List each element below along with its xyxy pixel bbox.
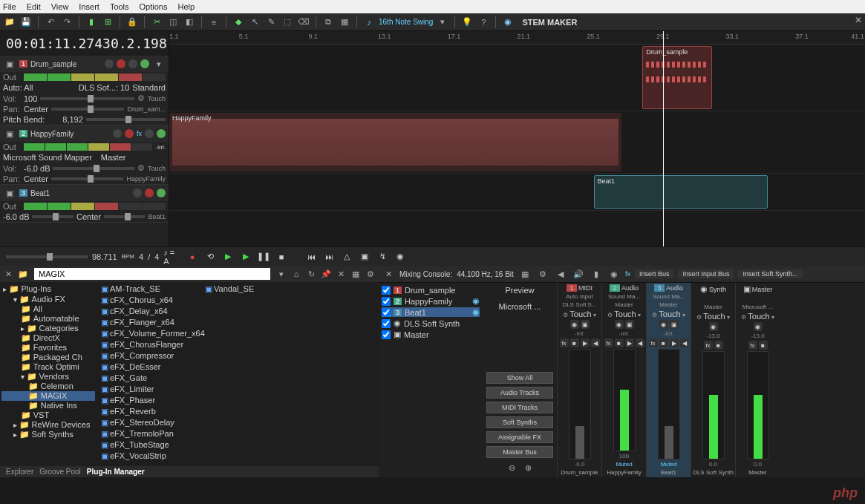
monitor-button[interactable]	[140, 59, 149, 68]
file-item[interactable]: ▣eFX_TremoloPan	[98, 428, 377, 439]
refresh-icon[interactable]: ↻	[304, 267, 318, 281]
mono-icon[interactable]: ◉	[607, 267, 621, 281]
marker-icon[interactable]: ◆	[232, 16, 245, 29]
tree-item-selected[interactable]: 📁 MAGIX	[1, 391, 95, 401]
tree-item[interactable]: ▸ 📁 Soft Synths	[1, 430, 95, 439]
file-item[interactable]: ▣eFX_TubeStage	[98, 439, 377, 451]
track-1[interactable]: ▣ 1 Drum_sample ▾ Out Auto: All DLS Sof.…	[0, 56, 169, 125]
lane-3[interactable]: Beat1	[169, 174, 865, 211]
delete-icon[interactable]: ✕	[334, 267, 347, 281]
bpm-value[interactable]: 98.711	[92, 252, 117, 261]
master-label[interactable]: Master	[101, 153, 126, 162]
menu-help[interactable]: Help	[177, 2, 195, 11]
stop-button[interactable]: ■	[275, 250, 288, 264]
quantize-icon[interactable]: ♪	[362, 16, 376, 29]
auto-label[interactable]: Auto: All	[3, 83, 33, 92]
file-item[interactable]: ▣eFX_Compressor	[98, 350, 377, 361]
tree-item[interactable]: 📁 Track Optimi	[1, 362, 95, 372]
strip-touch[interactable]: ⚙ Touch ▾	[563, 310, 596, 318]
tree-item[interactable]: ▾ 📁 Audio FX	[1, 295, 95, 304]
path-input[interactable]: MAGIX	[34, 268, 270, 280]
strip-ctl[interactable]: ◉	[570, 320, 579, 329]
timeline-ruler[interactable]: 1.1 5.1 9.1 13.1 17.1 21.1 25.1 29.1 33.…	[169, 31, 865, 45]
menu-view[interactable]: View	[51, 2, 69, 11]
track-2[interactable]: ▣ 2 HappyFamily fx Out -Inf. Microsoft S…	[0, 125, 169, 185]
mixer-track-item[interactable]: 2HappyFamily◉	[382, 296, 480, 306]
tree-item[interactable]: 📁 Native Ins	[1, 401, 95, 410]
strip-ctl[interactable]: ■	[759, 341, 768, 350]
tree-item[interactable]: ▸ 📁 Categories	[1, 324, 95, 333]
zoom-out-icon[interactable]: ⊖	[505, 461, 518, 474]
open-icon[interactable]: 📁	[3, 16, 16, 29]
clip-beat[interactable]: Beat1	[594, 175, 768, 209]
play-start-button[interactable]: ▶	[239, 250, 252, 264]
tree-item[interactable]: 📁 Automatable	[1, 314, 95, 324]
insert-input-bus-button[interactable]: Insert Input Bus	[678, 269, 734, 278]
strip-ctl[interactable]: ◉	[659, 320, 668, 329]
strip-input[interactable]	[757, 295, 758, 302]
file-item[interactable]: ▣eFX_Reverb	[98, 406, 377, 417]
track-name[interactable]: Drum_sample	[30, 60, 102, 68]
tab-groove[interactable]: Groove Pool	[39, 468, 81, 476]
next-button[interactable]: ⏭	[322, 250, 336, 264]
view-icon[interactable]: ▦	[518, 267, 532, 281]
mixer-track-item[interactable]: ◉DLS Soft Synth	[382, 318, 480, 328]
strip-touch[interactable]: ⚙ Touch ▾	[652, 310, 685, 318]
pitch-slider[interactable]	[86, 118, 166, 121]
mixer-track-item-selected[interactable]: 3Beat1◉	[382, 307, 480, 317]
zoom-in-icon[interactable]: ⊕	[521, 461, 535, 474]
strip-touch[interactable]: ⚙ Touch ▾	[741, 312, 774, 321]
master-bus-button[interactable]: Master Bus	[486, 446, 553, 458]
file-item[interactable]: ▣eFX_StereoDelay	[98, 417, 377, 428]
strip-ctl[interactable]: ■	[659, 338, 668, 347]
solo-button[interactable]	[145, 129, 154, 138]
prev-icon[interactable]: ◀	[554, 267, 567, 281]
channel-strip-2[interactable]: 2Audio Sound Ma... Master ⚙ Touch ▾ ◉▣ -…	[601, 283, 646, 477]
audio-tracks-button[interactable]: Audio Tracks	[486, 387, 553, 399]
midi-tracks-button[interactable]: MIDI Tracks	[486, 402, 553, 413]
tree-item[interactable]: ▸ 📁 ReWire Devices	[1, 420, 95, 430]
pan-slider[interactable]	[104, 215, 145, 218]
pan-slider[interactable]	[51, 108, 124, 111]
swing-label[interactable]: 16th Note Swing	[379, 18, 433, 26]
lane-1[interactable]: Drum_sample	[169, 45, 865, 111]
mute-button[interactable]	[133, 189, 142, 197]
fx-label[interactable]: HappyFamily	[126, 175, 166, 183]
speaker-icon[interactable]: 🔊	[572, 267, 585, 281]
clip-happy[interactable]: HappyFamily	[169, 113, 621, 171]
pause-button[interactable]: ❚❚	[257, 250, 270, 264]
stem-icon[interactable]: ◉	[501, 16, 515, 29]
strip-output[interactable]: Master	[659, 301, 677, 308]
file-item[interactable]: ▣cFX_Flanger_x64	[98, 317, 377, 328]
folder-tree[interactable]: ▸ 📁 Plug-Ins ▾ 📁 Audio FX 📁 All 📁 Automa…	[0, 282, 97, 466]
tree-item[interactable]: 📁 DirectX	[1, 333, 95, 343]
home-icon[interactable]: ⌂	[290, 267, 303, 281]
fx-icon[interactable]: fx	[137, 130, 142, 137]
timesig-num[interactable]: 4	[139, 252, 143, 261]
bulb-icon[interactable]: 💡	[460, 16, 474, 29]
save-icon[interactable]: 💾	[19, 16, 33, 29]
fx-icon[interactable]: fx	[625, 270, 630, 278]
dropdown-icon[interactable]: ▾	[436, 16, 449, 29]
assignable-fx-button[interactable]: Assignable FX	[486, 431, 553, 443]
grid-icon[interactable]: ▦	[338, 16, 351, 29]
align-icon[interactable]: ≡	[207, 16, 221, 29]
strip-ctl[interactable]: fx	[704, 341, 713, 350]
lock-icon[interactable]: 🔒	[125, 16, 139, 29]
tree-item[interactable]: 📁 Packaged Ch	[1, 353, 95, 362]
prev-button[interactable]: ⏮	[304, 250, 318, 264]
strip-ctl[interactable]: ■	[714, 341, 723, 350]
marker-button[interactable]: ▣	[358, 250, 371, 264]
file-item[interactable]: ▣cFX_Chorus_x64	[98, 295, 377, 306]
file-item[interactable]: ▣eFX_Phaser	[98, 395, 377, 406]
strip-touch[interactable]: ⚙ Touch ▾	[607, 310, 641, 318]
tree-item[interactable]: 📁 VST	[1, 410, 95, 420]
select-icon[interactable]: ⬚	[281, 16, 294, 29]
track-checkbox[interactable]	[382, 297, 391, 306]
dls-label[interactable]: DLS Sof...: 10	[79, 83, 129, 92]
help-icon[interactable]: ?	[477, 16, 490, 29]
strip-output[interactable]: Microsoft ...	[742, 304, 773, 310]
solo-button[interactable]	[128, 59, 137, 68]
strip-ctl[interactable]: ◉	[754, 322, 763, 331]
enable-icon[interactable]: ▮	[85, 16, 98, 29]
